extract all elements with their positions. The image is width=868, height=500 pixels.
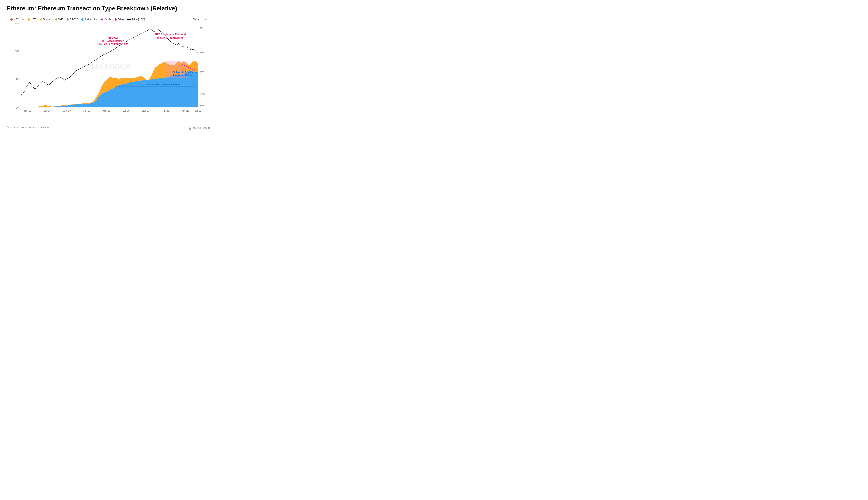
svg-text:0%: 0% [16, 106, 19, 109]
chart-area: 36% 24% 12% 0% $2k $800 $400 $100 $60 gl… [10, 23, 207, 120]
vanilla-dot [101, 19, 103, 21]
svg-text:12%: 12% [15, 78, 19, 81]
legend-label-other: Other [118, 18, 124, 21]
legend: MEV bots NFTs Bridges DeFi ERC20 Stablec… [10, 18, 207, 21]
svg-text:Jan '18: Jan '18 [24, 110, 31, 112]
legend-item-vanilla: Vanilla [101, 18, 111, 21]
legend-item-price: Price [USD] [127, 18, 145, 21]
other-dot [115, 19, 117, 21]
svg-text:Jul '18: Jul '18 [44, 110, 51, 112]
svg-text:$2k: $2k [200, 27, 204, 30]
defi-dot [55, 19, 57, 21]
legend-label-nfts: NFTs [31, 18, 37, 21]
reset-zoom-button[interactable]: Reset zoom [193, 18, 207, 21]
svg-text:Jul '20: Jul '20 [123, 110, 130, 112]
svg-text:NFTs Accountedfor: NFTs Accountedfor [102, 39, 124, 42]
svg-text:Jul '21: Jul '21 [162, 110, 169, 112]
legend-label-erc20: ERC20 [70, 18, 78, 21]
chart-svg: 36% 24% 12% 0% $2k $800 $400 $100 $60 gl… [10, 23, 207, 120]
mevbots-dot [10, 19, 12, 21]
legend-label-defi: DeFi [58, 18, 64, 21]
svg-text:Jan '22: Jan '22 [182, 110, 189, 112]
legend-label-stablecoins: Stablecoins [84, 18, 98, 21]
bridges-dot [40, 19, 42, 21]
svg-text:$400: $400 [200, 70, 205, 73]
page-title: Ethereum: Ethereum Transaction Type Brea… [7, 5, 210, 12]
footer: © 2022 Glassnode. All Rights Reserved. g… [7, 125, 210, 130]
legend-label-vanilla: Vanilla [104, 18, 111, 21]
svg-text:$60: $60 [200, 104, 204, 107]
svg-text:H1-2022: H1-2022 [108, 36, 118, 39]
svg-text:glassnode: glassnode [86, 61, 131, 71]
legend-item-stablecoins: Stablecoins [81, 18, 98, 21]
svg-text:$800: $800 [200, 51, 205, 54]
legend-item-nfts: NFTs [28, 18, 37, 21]
legend-label-mevbots: MEV bots [13, 18, 24, 21]
svg-text:Jan '21: Jan '21 [142, 110, 149, 112]
legend-label-bridges: Bridges [43, 18, 52, 21]
nfts-dot [28, 19, 30, 21]
svg-text:Stablecoin Dominance: Stablecoin Dominance [172, 71, 198, 73]
svg-text:Jul '19: Jul '19 [83, 110, 90, 112]
svg-text:18% to 22% of Transactions: 18% to 22% of Transactions [97, 43, 128, 45]
stablecoins-dot [81, 19, 83, 21]
footer-logo: glassnode [189, 125, 210, 130]
legend-item-defi: DeFi [55, 18, 64, 21]
legend-item-mevbots: MEV bots [10, 18, 24, 21]
legend-item-other: Other [115, 18, 124, 21]
svg-text:Jul '22: Jul '22 [195, 110, 202, 112]
erc20-dot [67, 19, 69, 21]
svg-text:to 8.3% of Transactions: to 8.3% of Transactions [157, 36, 183, 39]
svg-text:Stablecoins ~10% Dominance: Stablecoins ~10% Dominance [147, 83, 180, 86]
legend-item-bridges: Bridges [40, 18, 52, 21]
svg-text:36%: 36% [15, 23, 19, 24]
svg-text:Jan '19: Jan '19 [63, 110, 71, 112]
chart-container: MEV bots NFTs Bridges DeFi ERC20 Stablec… [7, 15, 210, 123]
legend-item-erc20: ERC20 [67, 18, 78, 21]
legend-label-price: Price [USD] [132, 18, 145, 21]
price-line [127, 19, 131, 20]
svg-text:24%: 24% [15, 50, 19, 52]
svg-text:Jumps to ~12.5%: Jumps to ~12.5% [172, 74, 192, 77]
page-wrapper: Ethereum: Ethereum Transaction Type Brea… [0, 0, 217, 133]
svg-text:NFT Dominance Declined: NFT Dominance Declined [155, 33, 186, 36]
svg-text:Jan '20: Jan '20 [103, 110, 110, 112]
footer-copyright: © 2022 Glassnode. All Rights Reserved. [7, 126, 52, 129]
svg-text:$100: $100 [200, 93, 205, 95]
